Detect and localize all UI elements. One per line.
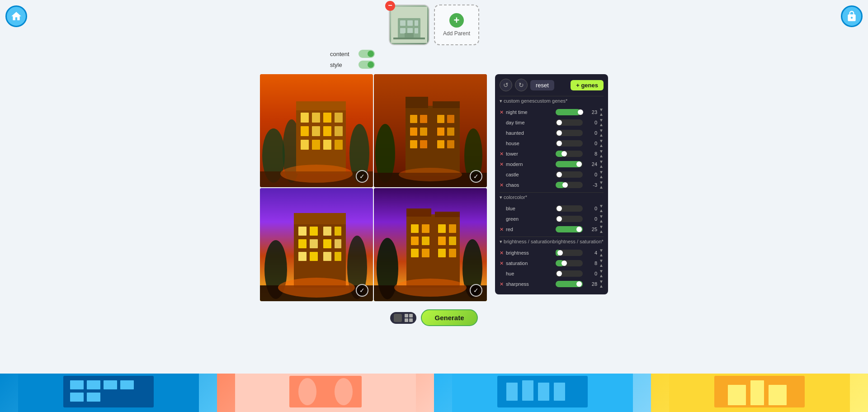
gene-up-castle[interactable]: ▲ (599, 175, 604, 179)
svg-rect-80 (422, 237, 429, 245)
gene-slider-blue[interactable] (556, 205, 583, 212)
generate-button[interactable]: Generate (421, 309, 477, 326)
remove-parent-button[interactable]: − (385, 1, 395, 11)
gene-up-chaos[interactable]: ▲ (599, 185, 604, 189)
grid-view-icon[interactable] (405, 314, 413, 322)
svg-rect-59 (298, 239, 307, 248)
gene-up-tower[interactable]: ▲ (599, 154, 604, 158)
gene-slider-house[interactable] (556, 140, 583, 147)
svg-rect-20 (301, 126, 309, 136)
gene-row-day-time: ✕ day time 0 ▼ ▲ (500, 118, 604, 127)
gene-x-brightness[interactable]: ✕ (500, 250, 504, 256)
gene-arrows-brightness: ▼ ▲ (599, 248, 604, 257)
view-toggle[interactable] (390, 312, 416, 324)
gene-up-green[interactable]: ▲ (599, 219, 604, 223)
gene-up-red[interactable]: ▲ (599, 229, 604, 234)
gene-slider-green[interactable] (556, 216, 583, 222)
gene-arrows-tower: ▼ ▲ (599, 149, 604, 158)
gene-slider-saturation[interactable] (556, 260, 583, 266)
image-cell-1[interactable]: ✓ (260, 74, 373, 187)
svg-rect-47 (447, 140, 454, 148)
image-2-check[interactable]: ✓ (470, 170, 482, 183)
gene-name-day-time: day time (506, 120, 554, 125)
svg-rect-38 (437, 115, 444, 123)
gene-slider-haunted[interactable] (556, 130, 583, 136)
reset-button[interactable]: reset (530, 80, 554, 90)
gene-up-sharpness[interactable]: ▲ (599, 284, 604, 289)
lock-button[interactable] (841, 5, 863, 27)
image-4-check[interactable]: ✓ (470, 284, 482, 297)
gene-slider-modern[interactable] (556, 161, 583, 167)
image-1-check[interactable]: ✓ (356, 170, 368, 183)
svg-rect-73 (406, 208, 431, 217)
add-parent-button[interactable]: + Add Parent (434, 5, 479, 45)
panel-header: ↺ ↻ reset + genes (500, 79, 604, 91)
gene-up-haunted[interactable]: ▲ (599, 133, 604, 137)
svg-rect-105 (538, 383, 549, 401)
gene-slider-tower[interactable] (556, 151, 583, 157)
gene-slider-brightness[interactable] (556, 250, 583, 256)
gene-x-chaos[interactable]: ✕ (500, 182, 504, 188)
single-view-icon[interactable] (394, 314, 402, 322)
style-toggle[interactable] (359, 61, 375, 69)
gene-up-saturation[interactable]: ▲ (599, 263, 604, 268)
bottom-strip-item-1[interactable] (0, 374, 217, 412)
gene-x-red[interactable]: ✕ (500, 227, 504, 232)
content-toggle[interactable] (359, 50, 375, 58)
svg-rect-83 (411, 249, 419, 257)
svg-rect-2 (400, 20, 406, 26)
gene-name-chaos: chaos (506, 182, 554, 188)
gene-up-hue[interactable]: ▲ (599, 274, 604, 278)
gene-up-modern[interactable]: ▲ (599, 164, 604, 169)
svg-rect-76 (422, 224, 429, 233)
brightness-section-header[interactable]: ▾ brightness / saturationbrightness / sa… (500, 237, 604, 246)
svg-rect-17 (312, 113, 320, 123)
gene-up-brightness[interactable]: ▲ (599, 253, 604, 257)
bottom-strip-item-4[interactable] (651, 374, 868, 412)
redo-button[interactable]: ↻ (515, 79, 528, 91)
bottom-strip-item-3[interactable] (434, 374, 651, 412)
gene-x-saturation[interactable]: ✕ (500, 260, 504, 266)
color-section-header[interactable]: ▾ colorcolor* (500, 192, 604, 202)
gene-slider-sharpness[interactable] (556, 281, 583, 287)
gene-slider-red[interactable] (556, 226, 583, 232)
svg-rect-109 (728, 385, 746, 405)
image-cell-2[interactable]: ✓ (374, 74, 487, 187)
svg-rect-86 (449, 249, 456, 257)
gene-slider-hue[interactable] (556, 270, 583, 277)
gene-x-night-time[interactable]: ✕ (500, 109, 504, 115)
image-cell-4[interactable]: ✓ (374, 188, 487, 301)
home-button[interactable] (5, 5, 27, 27)
strip-image-4 (651, 374, 868, 412)
gene-x-modern[interactable]: ✕ (500, 161, 504, 167)
gene-row-modern: ✕ modern 24 ▼ ▲ (500, 160, 604, 169)
gene-x-tower[interactable]: ✕ (500, 151, 504, 157)
bottom-strip-item-2[interactable] (217, 374, 434, 412)
gene-name-saturation: saturation (506, 260, 554, 266)
image-cell-3[interactable]: ✓ (260, 188, 373, 301)
gene-x-green: ✕ (500, 216, 504, 222)
gene-row-night-time: ✕ night time 23 ▼ ▲ (500, 108, 604, 117)
custom-genes-section-header[interactable]: ▾ custom genescustom genes* (500, 96, 604, 106)
gene-slider-night-time[interactable] (556, 109, 583, 115)
gene-up-day-time[interactable]: ▲ (599, 123, 604, 127)
gene-arrows-blue: ▼ ▲ (599, 204, 604, 213)
gene-slider-day-time[interactable] (556, 119, 583, 126)
gene-slider-castle[interactable] (556, 171, 583, 178)
gene-row-tower: ✕ tower 8 ▼ ▲ (500, 149, 604, 158)
svg-rect-77 (438, 224, 446, 233)
gene-value-chaos: -3 (585, 182, 597, 188)
gene-slider-chaos[interactable] (556, 182, 583, 188)
undo-button[interactable]: ↺ (500, 79, 512, 91)
image-3-check[interactable]: ✓ (356, 284, 368, 297)
gene-up-blue[interactable]: ▲ (599, 208, 604, 213)
gene-name-blue: blue (506, 206, 554, 211)
gene-name-house: house (506, 141, 554, 146)
genes-button[interactable]: + genes (571, 80, 604, 90)
gene-up-house[interactable]: ▲ (599, 143, 604, 148)
gene-x-sharpness[interactable]: ✕ (500, 281, 504, 287)
gene-up-night-time[interactable]: ▲ (599, 112, 604, 117)
gene-name-modern: modern (506, 161, 554, 167)
svg-rect-61 (323, 239, 331, 248)
parent-thumbnail (389, 5, 429, 45)
